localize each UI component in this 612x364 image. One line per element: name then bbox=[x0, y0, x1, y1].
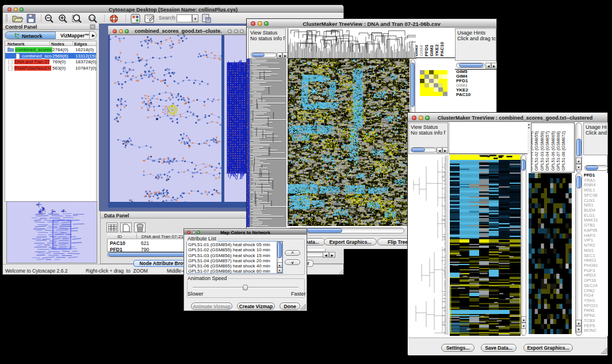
svg-text:1:1: 1:1 bbox=[90, 17, 95, 20]
